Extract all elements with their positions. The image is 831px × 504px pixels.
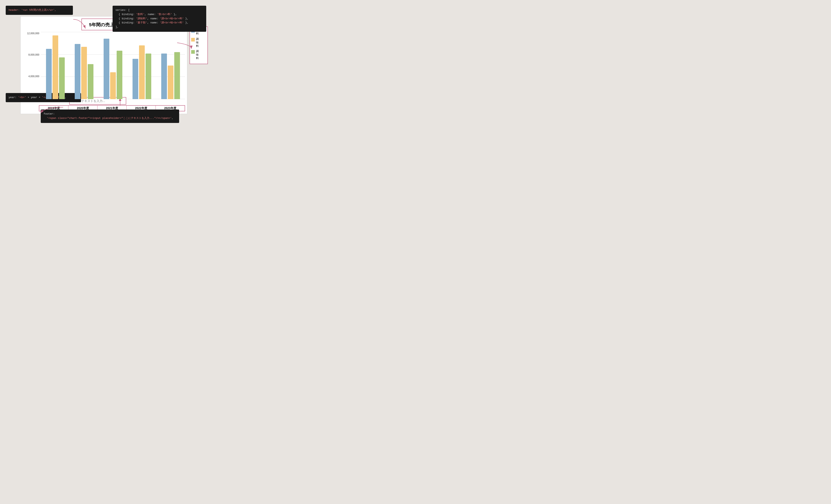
code-box-footer: footer: '<span class="chart-footer"><inp…: [41, 110, 179, 123]
code-box-series: series: [ { binding: '飲料', name: '飲<br>料…: [113, 6, 206, 32]
bar-group-2021: [98, 32, 127, 99]
y-label-8m: 8,000,000: [29, 53, 39, 56]
legend-swatch-orange: [191, 38, 195, 41]
legend-item-green: 調味料: [191, 50, 206, 60]
legend-label-orange: 調味料: [196, 37, 199, 48]
legend-swatch-green: [191, 50, 195, 54]
bar-group-2023: [156, 32, 185, 99]
code-box-header: header: '<u> 5年間の売上高</u>',: [6, 6, 73, 15]
bar-2021-green: [117, 51, 122, 99]
legend-box: 飲料 調味料 調味料: [190, 26, 208, 64]
bar-2023-blue: [161, 54, 167, 99]
bar-group-2020: [70, 32, 99, 99]
bar-group-2022: [127, 32, 156, 99]
bar-2022-green: [146, 54, 151, 99]
bar-2023-orange: [168, 65, 173, 99]
y-label-12m: 12,000,000: [27, 32, 39, 35]
bar-2019-green: [59, 57, 65, 99]
legend-label-green: 調味料: [196, 50, 199, 60]
y-label-4m: 4,000,000: [29, 75, 39, 78]
chart-body: 12,000,000 8,000,000 4,000,000 0: [21, 32, 187, 105]
bar-2022-orange: [139, 46, 145, 99]
bar-2023-green: [174, 52, 180, 99]
bar-2021-blue: [104, 39, 109, 99]
bar-2019-blue: [46, 49, 52, 99]
bar-2021-orange: [110, 72, 116, 99]
legend-item-orange: 調味料: [191, 37, 206, 48]
bar-2019-orange: [53, 35, 58, 99]
bar-2020-green: [88, 64, 93, 99]
bar-2020-blue: [75, 44, 80, 99]
bar-group-2019: [41, 32, 70, 99]
bar-2022-blue: [133, 59, 138, 99]
page-container: 5年間の売上高 12,000,000 8,000,000 4,000,000 0: [0, 0, 212, 129]
bars-row: [41, 32, 185, 105]
bar-2020-orange: [81, 47, 87, 99]
bars-area: [41, 32, 185, 105]
